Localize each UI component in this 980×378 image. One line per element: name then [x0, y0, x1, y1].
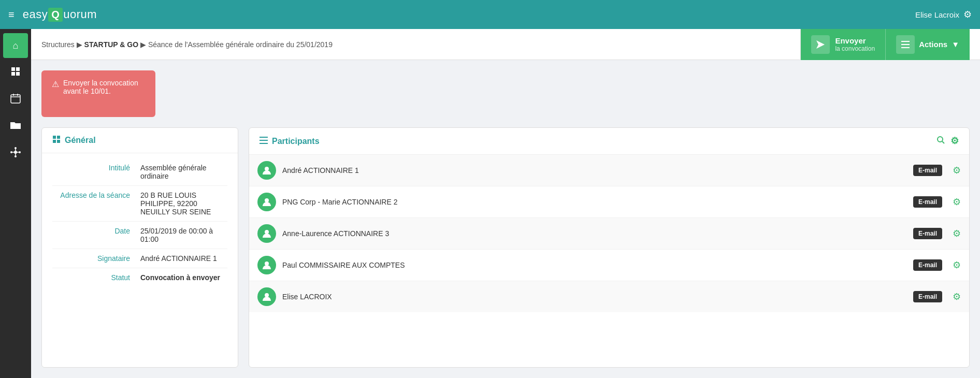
general-card: Général Intitulé Assemblée générale ordi…	[41, 127, 238, 368]
logo-uorum: uorum	[63, 8, 97, 21]
svg-rect-22	[57, 136, 60, 139]
value-date: 25/01/2019 de 00:00 à 01:00	[140, 227, 227, 243]
list-item: Anne-Laurence ACTIONNAIRE 3 E-mail ⚙	[249, 218, 969, 250]
alert-box: ⚠ Envoyer la convocation avant le 10/01.	[41, 70, 155, 117]
svg-point-32	[265, 230, 269, 234]
email-badge: E-mail	[913, 228, 942, 239]
user-info: Elise Lacroix ⚙	[915, 9, 972, 20]
sidebar-item-calendar[interactable]	[3, 87, 28, 112]
svg-rect-19	[901, 44, 910, 45]
svg-point-28	[938, 137, 943, 142]
sidebar-item-network[interactable]	[3, 141, 28, 166]
label-adresse: Adresse de la séance	[52, 191, 130, 216]
envoyer-button[interactable]: Envoyer la convocation	[800, 29, 885, 60]
main-layout: ⌂ Structures ▶	[0, 29, 980, 378]
list-icon	[896, 35, 915, 54]
svg-rect-25	[260, 137, 268, 138]
send-icon	[811, 35, 830, 54]
email-badge: E-mail	[913, 259, 942, 271]
logo-q: Q	[48, 8, 63, 22]
email-badge: E-mail	[913, 291, 942, 302]
actions-button[interactable]: Actions ▼	[885, 29, 970, 60]
participants-title: Participants	[272, 137, 320, 146]
topbar: ≡ easy Q uorum Elise Lacroix ⚙	[0, 0, 980, 29]
info-table: Intitulé Assemblée générale ordinaire Ad…	[42, 153, 238, 292]
label-signataire: Signataire	[52, 254, 130, 263]
network-icon	[10, 147, 21, 160]
sidebar-item-home[interactable]: ⌂	[3, 33, 28, 58]
actions-label: Actions	[919, 40, 947, 49]
participant-gear-icon[interactable]: ⚙	[953, 165, 961, 176]
svg-rect-23	[53, 140, 56, 143]
participant-name: Elise LACROIX	[282, 293, 907, 301]
participant-gear-icon[interactable]: ⚙	[953, 259, 961, 271]
breadcrumb-part2: STARTUP & GO	[84, 40, 139, 49]
avatar	[257, 224, 276, 243]
avatar	[257, 161, 276, 180]
sidebar-item-building[interactable]	[3, 60, 28, 85]
svg-point-30	[265, 167, 269, 171]
participant-name: André ACTIONNAIRE 1	[282, 166, 907, 175]
svg-rect-26	[260, 140, 268, 141]
label-date: Date	[52, 227, 130, 243]
envoyer-title: Envoyer	[835, 36, 875, 45]
value-intitule: Assemblée générale ordinaire	[140, 164, 227, 180]
value-signataire: André ACTIONNAIRE 1	[140, 254, 227, 263]
alert-icon: ⚠	[52, 79, 59, 89]
svg-rect-3	[16, 72, 20, 76]
svg-rect-2	[11, 72, 15, 76]
list-item: André ACTIONNAIRE 1 E-mail ⚙	[249, 155, 969, 186]
home-icon: ⌂	[13, 40, 19, 51]
svg-marker-17	[816, 40, 825, 49]
svg-point-10	[15, 155, 17, 157]
participants-gear-icon[interactable]: ⚙	[950, 135, 959, 147]
svg-rect-21	[53, 136, 56, 139]
svg-point-11	[10, 151, 12, 153]
svg-point-33	[265, 261, 269, 266]
breadcrumb-sep2: ▶	[140, 40, 148, 49]
svg-rect-27	[260, 143, 268, 144]
info-row-date: Date 25/01/2019 de 00:00 à 01:00	[52, 222, 227, 249]
participant-name: Paul COMMISSAIRE AUX COMPTES	[282, 261, 907, 269]
breadcrumb: Structures ▶ STARTUP & GO ▶ Séance de l'…	[41, 40, 800, 49]
info-row-statut: Statut Convocation à envoyer	[52, 268, 227, 287]
breadcrumb-actions: Envoyer la convocation Actions ▼	[800, 29, 970, 60]
list-item: Elise LACROIX E-mail ⚙	[249, 281, 969, 312]
general-title: Général	[65, 136, 96, 145]
two-col-layout: Général Intitulé Assemblée générale ordi…	[41, 127, 970, 368]
settings-icon[interactable]: ⚙	[963, 9, 972, 20]
menu-icon[interactable]: ≡	[8, 9, 15, 21]
avatar	[257, 287, 276, 306]
sidebar: ⌂	[0, 29, 31, 378]
participant-gear-icon[interactable]: ⚙	[953, 228, 961, 239]
sidebar-item-folder[interactable]	[3, 114, 28, 139]
envoyer-text: Envoyer la convocation	[835, 36, 875, 52]
dropdown-arrow: ▼	[952, 40, 959, 49]
svg-point-8	[14, 151, 17, 154]
breadcrumb-part1: Structures	[41, 40, 75, 49]
participant-gear-icon[interactable]: ⚙	[953, 196, 961, 208]
folder-icon	[10, 121, 21, 133]
info-row-signataire: Signataire André ACTIONNAIRE 1	[52, 249, 227, 268]
list-item: Paul COMMISSAIRE AUX COMPTES E-mail ⚙	[249, 250, 969, 281]
page-content: ⚠ Envoyer la convocation avant le 10/01.…	[31, 60, 980, 378]
svg-rect-1	[16, 67, 20, 71]
svg-rect-4	[11, 95, 20, 103]
avatar	[257, 193, 276, 211]
svg-line-29	[942, 141, 944, 143]
user-name: Elise Lacroix	[915, 10, 959, 19]
svg-rect-0	[11, 67, 15, 71]
participant-name: PNG Corp - Marie ACTIONNAIRE 2	[282, 198, 907, 206]
list-item: PNG Corp - Marie ACTIONNAIRE 2 E-mail ⚙	[249, 186, 969, 218]
building-icon	[10, 66, 21, 80]
value-statut: Convocation à envoyer	[140, 273, 227, 282]
label-statut: Statut	[52, 273, 130, 282]
value-adresse: 20 B RUE LOUIS PHILIPPE, 92200 NEUILLY S…	[140, 191, 227, 216]
breadcrumb-sep1: ▶	[77, 40, 84, 49]
svg-rect-24	[57, 140, 60, 143]
info-row-adresse: Adresse de la séance 20 B RUE LOUIS PHIL…	[52, 186, 227, 222]
search-icon[interactable]	[936, 135, 945, 147]
participant-gear-icon[interactable]: ⚙	[953, 291, 961, 302]
general-header-icon	[52, 135, 61, 146]
participants-header-actions: ⚙	[936, 135, 959, 147]
